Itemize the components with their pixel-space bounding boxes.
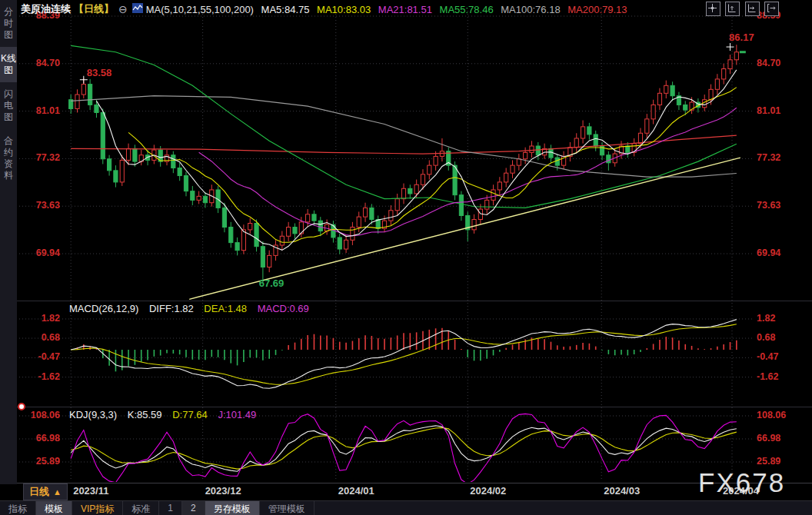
ma-group-label: MA(5,10,21,55,100,200) xyxy=(146,4,254,15)
axis-divider xyxy=(17,483,812,483)
ma55-value: MA55:78.46 xyxy=(440,4,494,15)
triangle-up-icon: ▲ xyxy=(53,487,62,497)
kdj-params: KDJ(9,3,3) xyxy=(69,409,117,420)
symbol-title: 美原油连续 xyxy=(21,3,71,15)
macd-header: MACD(26,12,9) DIFF:1.82 DEA:1.48 MACD:0.… xyxy=(69,303,317,314)
last-price-tick xyxy=(740,51,746,53)
ma100-value: MA100:76.18 xyxy=(501,4,560,15)
kdj-k-value: K:85.59 xyxy=(128,409,162,420)
crosshair-icon[interactable] xyxy=(706,2,720,16)
toolbar-standard[interactable]: 标准 xyxy=(123,501,159,515)
period-selector[interactable]: 日线▲ xyxy=(23,483,68,500)
ma21-value: MA21:81.51 xyxy=(378,4,432,15)
sidebar-item-time-chart[interactable]: 分时图 xyxy=(0,0,17,47)
indicator-chart-icon[interactable] xyxy=(132,3,143,13)
kdj-panel xyxy=(71,414,737,483)
toolbar-manage-templates[interactable]: 管理模板 xyxy=(260,501,314,515)
panel-marker-icon[interactable] xyxy=(18,403,25,410)
toolbar-template-2[interactable]: 2 xyxy=(182,501,205,515)
panel-divider xyxy=(17,301,812,301)
toolbar-template-1[interactable]: 1 xyxy=(159,501,182,515)
sidebar-item-contract-info[interactable]: 合约资料 xyxy=(0,129,17,188)
bottom-toolbar: 指标 模板 VIP指标 标准 1 2 另存模板 管理模板 xyxy=(0,500,812,515)
ma5-value: MA5:84.75 xyxy=(261,4,310,15)
ma10-value: MA10:83.03 xyxy=(317,4,371,15)
ma-lines xyxy=(71,45,737,250)
sidebar: 分时图 K线图 闪电图 合约资料 xyxy=(0,0,17,484)
pan-right-icon[interactable] xyxy=(764,2,779,16)
macd-panel xyxy=(71,320,737,389)
sidebar-item-lightning-chart[interactable]: 闪电图 xyxy=(0,82,17,129)
macd-diff-value: DIFF:1.82 xyxy=(149,303,194,314)
panel-divider xyxy=(17,407,812,407)
kdj-header: KDJ(9,3,3) K:85.59 D:77.64 J:101.49 xyxy=(69,409,264,420)
toolbar-save-template[interactable]: 另存模板 xyxy=(205,501,260,515)
fit-horizontal-axis-icon[interactable] xyxy=(745,2,760,16)
fit-vertical-axis-icon[interactable] xyxy=(725,2,740,16)
cross-mark xyxy=(80,76,88,84)
kdj-j-value: J:101.49 xyxy=(218,409,256,420)
kdj-d-value: D:77.64 xyxy=(172,409,208,420)
macd-params: MACD(26,12,9) xyxy=(69,303,138,314)
sidebar-item-kline-chart[interactable]: K线图 xyxy=(0,47,17,82)
cross-mark xyxy=(727,43,734,51)
collapse-icon[interactable]: ⊖ xyxy=(118,3,128,15)
chart-canvas[interactable] xyxy=(0,0,812,515)
trendline xyxy=(189,158,740,299)
chart-header: 美原油连续【日线】⊖MA(5,10,21,55,100,200) MA5:84.… xyxy=(21,2,632,16)
candlestick-series xyxy=(69,45,739,283)
period-label: 日线 xyxy=(29,486,49,497)
period-tag: 【日线】 xyxy=(74,3,114,15)
ma200-value: MA200:79.13 xyxy=(567,4,627,15)
toolbar-indicators[interactable]: 指标 xyxy=(0,501,36,515)
chart-toolbox xyxy=(704,2,779,16)
toolbar-templates[interactable]: 模板 xyxy=(36,501,72,515)
toolbar-vip-indicators[interactable]: VIP指标 xyxy=(72,501,123,515)
macd-dea-value: DEA:1.48 xyxy=(204,303,247,314)
macd-hist-value: MACD:0.69 xyxy=(258,303,309,314)
watermark: FX678 xyxy=(698,467,785,498)
